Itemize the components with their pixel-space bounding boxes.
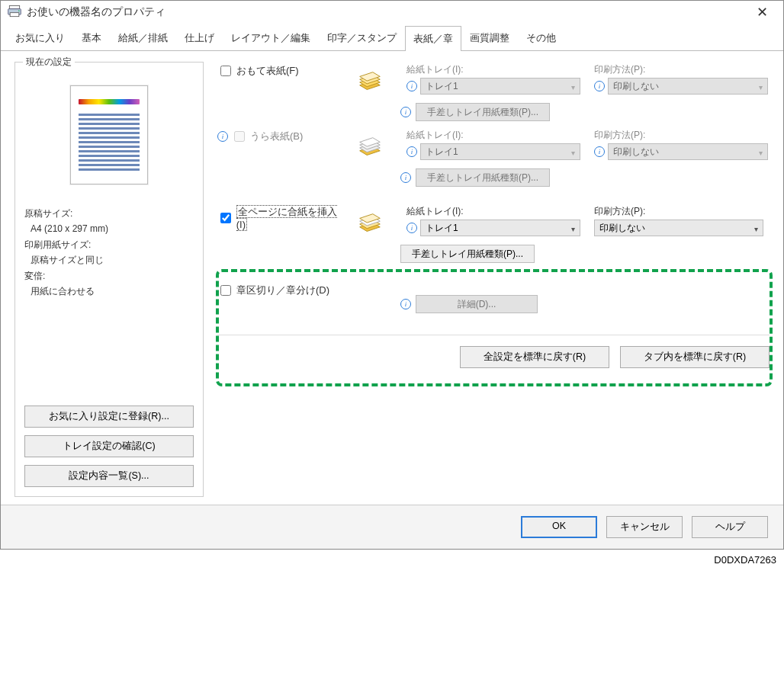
front-cover-checkbox[interactable]: [220, 66, 231, 76]
svg-rect-2: [10, 12, 19, 16]
info-icon[interactable]: i: [594, 146, 605, 157]
slip-sheet-icon: [345, 205, 394, 239]
back-cover-checkbox: [234, 131, 245, 142]
chevron-down-icon: ▾: [759, 149, 763, 157]
register-favorite-button[interactable]: お気に入り設定に登録(R)...: [24, 406, 194, 428]
reset-tab-button[interactable]: タブ内を標準に戻す(R): [620, 346, 770, 368]
slip-sheet-label[interactable]: 全ページに合紙を挿入(I): [236, 205, 345, 230]
chevron-down-icon: ▾: [571, 225, 575, 233]
front-cover-icon: [345, 63, 394, 97]
tab-cover[interactable]: 表紙／章: [405, 26, 461, 51]
info-icon[interactable]: i: [594, 81, 605, 91]
page-footnote: D0DXDA7263: [0, 550, 784, 570]
main-panel: おもて表紙(F) 給紙トレイ(I): i トレイ1▾: [217, 62, 770, 497]
reset-all-button[interactable]: 全設定を標準に戻す(R): [460, 346, 609, 368]
titlebar: お使いの機器名のプロパティ ✕: [1, 1, 783, 24]
slip-tray-select[interactable]: トレイ1▾: [420, 220, 580, 236]
page-preview: [70, 85, 148, 184]
tab-stamp[interactable]: 印字／スタンプ: [319, 25, 405, 50]
ok-button[interactable]: OK: [521, 516, 597, 538]
slip-print-label: 印刷方法(P):: [594, 205, 770, 218]
front-print-select: 印刷しない▾: [608, 78, 768, 95]
front-tray-label: 給紙トレイ(I):: [406, 63, 582, 76]
tab-basic[interactable]: 基本: [73, 25, 110, 50]
tab-favorites[interactable]: お気に入り: [7, 25, 73, 50]
slip-sheet-section: 全ページに合紙を挿入(I) 給紙トレイ(I): i トレイ1▾: [217, 193, 770, 263]
help-button[interactable]: ヘルプ: [692, 516, 768, 538]
front-print-label: 印刷方法(P):: [594, 63, 770, 76]
cancel-button[interactable]: キャンセル: [606, 516, 683, 538]
info-icon[interactable]: i: [400, 107, 411, 117]
info-icon[interactable]: i: [217, 131, 228, 142]
front-cover-label[interactable]: おもて表紙(F): [236, 64, 299, 78]
printer-icon: [7, 5, 22, 21]
tab-paper[interactable]: 給紙／排紙: [110, 25, 176, 50]
tab-layout[interactable]: レイアウト／編集: [223, 25, 319, 50]
window-title: お使いの機器名のプロパティ: [27, 5, 165, 19]
slip-bypass-button[interactable]: 手差しトレイ用紙種類(P)...: [400, 245, 535, 263]
print-size-value: 原稿サイズと同じ: [24, 252, 194, 268]
info-icon[interactable]: i: [406, 146, 417, 157]
print-size-label: 印刷用紙サイズ:: [24, 237, 194, 252]
back-print-label: 印刷方法(P):: [594, 129, 770, 142]
dialog-window: お使いの機器名のプロパティ ✕ お気に入り 基本 給紙／排紙 仕上げ レイアウト…: [0, 0, 784, 550]
back-tray-select: トレイ1▾: [420, 143, 580, 160]
bottom-bar: OK キャンセル ヘルプ: [1, 505, 783, 549]
zoom-value: 用紙に合わせる: [24, 284, 194, 299]
info-icon[interactable]: i: [406, 223, 417, 233]
chevron-down-icon: ▾: [759, 83, 763, 91]
chevron-down-icon: ▾: [754, 225, 758, 233]
current-settings-group: 現在の設定 原稿サイズ: A4 (210 x 297 mm) 印刷用紙サイズ: …: [14, 62, 204, 497]
tray-check-button[interactable]: トレイ設定の確認(C): [24, 435, 194, 457]
back-print-select: 印刷しない▾: [608, 143, 768, 160]
chevron-down-icon: ▾: [571, 83, 575, 91]
front-tray-select: トレイ1▾: [420, 78, 580, 95]
current-settings-legend: 現在の設定: [23, 56, 75, 69]
chevron-down-icon: ▾: [571, 149, 575, 157]
back-cover-icon: [345, 129, 394, 162]
back-cover-section: i うら表紙(B) 給紙トレイ(I): i トレイ1▾: [217, 127, 770, 187]
tab-strip: お気に入り 基本 給紙／排紙 仕上げ レイアウト／編集 印字／スタンプ 表紙／章…: [1, 25, 783, 51]
slip-print-select[interactable]: 印刷しない▾: [594, 220, 763, 236]
tab-quality[interactable]: 画質調整: [461, 25, 518, 50]
doc-size-label: 原稿サイズ:: [24, 206, 194, 221]
reset-row: 全設定を標準に戻す(R) タブ内を標準に戻す(R): [217, 335, 770, 368]
info-icon[interactable]: i: [400, 172, 411, 183]
chapter-detail-button: 詳細(D)...: [416, 295, 538, 313]
zoom-label: 変倍:: [24, 268, 194, 284]
info-icon[interactable]: i: [400, 299, 411, 309]
back-cover-label: うら表紙(B): [250, 130, 303, 143]
settings-list-button[interactable]: 設定内容一覧(S)...: [24, 465, 194, 487]
back-bypass-button: 手差しトレイ用紙種類(P)...: [416, 168, 550, 187]
sidebar: 現在の設定 原稿サイズ: A4 (210 x 297 mm) 印刷用紙サイズ: …: [14, 62, 204, 497]
close-icon[interactable]: ✕: [747, 4, 777, 21]
front-cover-section: おもて表紙(F) 給紙トレイ(I): i トレイ1▾: [217, 62, 770, 121]
doc-size-value: A4 (210 x 297 mm): [24, 221, 194, 236]
svg-rect-0: [9, 5, 19, 8]
chapter-label[interactable]: 章区切り／章分け(D): [236, 284, 329, 297]
tab-finish[interactable]: 仕上げ: [176, 25, 223, 50]
back-tray-label: 給紙トレイ(I):: [406, 129, 582, 142]
info-icon[interactable]: i: [406, 81, 417, 91]
tab-other[interactable]: その他: [518, 25, 564, 50]
slip-tray-label: 給紙トレイ(I):: [406, 205, 582, 218]
content-area: 現在の設定 原稿サイズ: A4 (210 x 297 mm) 印刷用紙サイズ: …: [1, 51, 783, 505]
chapter-checkbox[interactable]: [220, 285, 231, 296]
slip-sheet-checkbox[interactable]: [220, 213, 231, 223]
front-bypass-button: 手差しトレイ用紙種類(P)...: [416, 103, 550, 121]
svg-point-3: [18, 10, 20, 11]
chapter-section: 章区切り／章分け(D) i 詳細(D)...: [217, 269, 770, 313]
settings-summary: 原稿サイズ: A4 (210 x 297 mm) 印刷用紙サイズ: 原稿サイズと…: [23, 203, 195, 299]
